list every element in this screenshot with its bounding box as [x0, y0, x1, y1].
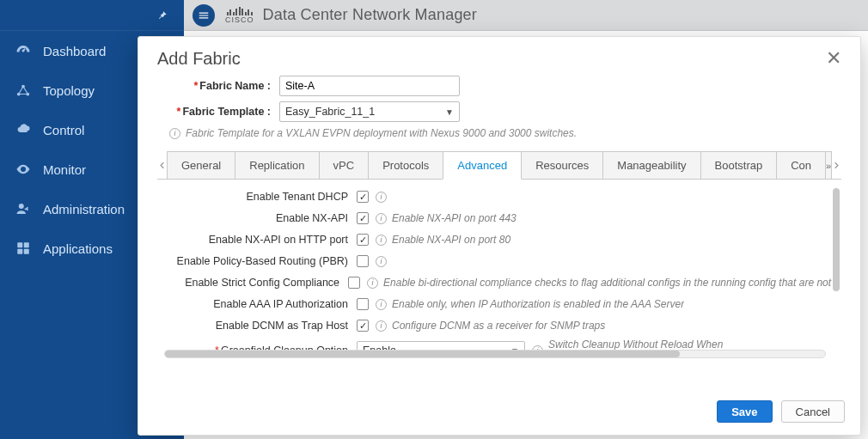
svg-rect-4 — [17, 242, 22, 247]
cloud-gear-icon — [15, 122, 31, 137]
tab-bootstrap[interactable]: Bootstrap — [700, 151, 778, 179]
save-button[interactable]: Save — [717, 400, 772, 423]
template-hint: i Fabric Template for a VXLAN EVPN deplo… — [169, 127, 841, 139]
setting-hint: Enable only, when IP Authorization is en… — [392, 298, 684, 310]
setting-label: Enable Policy-Based Routing (PBR) — [157, 255, 357, 267]
tab-manageability[interactable]: Manageability — [602, 151, 700, 179]
info-icon[interactable]: i — [376, 299, 387, 310]
info-icon: i — [169, 128, 180, 139]
info-icon[interactable]: i — [367, 277, 378, 289]
tab-vpc[interactable]: vPC — [319, 151, 370, 179]
setting-hint: Enable NX-API on port 443 — [392, 212, 517, 224]
setting-hint: Enable NX-API on port 80 — [392, 234, 510, 246]
eye-icon — [15, 162, 31, 177]
admin-icon — [15, 201, 31, 216]
horizontal-scrollbar[interactable] — [164, 350, 826, 358]
cisco-word: CISCO — [225, 16, 254, 24]
svg-point-1 — [17, 93, 21, 96]
svg-point-3 — [19, 204, 24, 209]
enable-strict-compliance-checkbox[interactable] — [348, 277, 360, 289]
setting-label: Enable NX-API — [157, 212, 357, 224]
setting-hint: Enable bi-directional compliance checks … — [383, 277, 838, 289]
enable-pbr-checkbox[interactable] — [357, 255, 369, 267]
fabric-template-value: Easy_Fabric_11_1 — [285, 106, 375, 118]
close-icon[interactable]: ✕ — [826, 49, 841, 68]
vertical-scrollbar[interactable] — [833, 188, 840, 291]
fabric-template-label: *Fabric Template : — [157, 106, 279, 118]
modal-footer: Save Cancel — [138, 392, 860, 435]
add-fabric-modal: Add Fabric ✕ *Fabric Name : *Fabric Temp… — [138, 36, 861, 436]
chevron-left-icon — [157, 161, 167, 170]
sidebar-item-label: Monitor — [43, 162, 86, 177]
tab-scroll-left[interactable] — [157, 151, 167, 179]
tab-strip: General Replication vPC Protocols Advanc… — [157, 151, 841, 180]
tab-con[interactable]: Con — [776, 151, 826, 179]
setting-label: Enable Tenant DHCP — [157, 191, 357, 203]
svg-rect-5 — [24, 242, 29, 247]
svg-rect-7 — [24, 249, 29, 254]
svg-point-0 — [21, 85, 25, 88]
sidebar-item-label: Topology — [43, 83, 95, 98]
sidebar-item-label: Control — [43, 123, 84, 137]
tab-general[interactable]: General — [167, 151, 235, 179]
tab-protocols[interactable]: Protocols — [368, 151, 443, 179]
gauge-icon — [15, 43, 31, 58]
enable-nxapi-checkbox[interactable] — [357, 212, 369, 224]
fabric-name-input[interactable] — [279, 76, 460, 96]
chevron-right-icon — [832, 161, 841, 170]
info-icon[interactable]: i — [376, 320, 387, 332]
info-icon[interactable]: i — [376, 192, 387, 203]
info-icon[interactable]: i — [376, 213, 387, 224]
topbar: CISCO Data Center Network Manager — [184, 0, 868, 31]
modal-title: Add Fabric — [157, 49, 241, 69]
enable-dcnm-trap-checkbox[interactable] — [357, 320, 369, 332]
cisco-logo: CISCO — [225, 7, 254, 24]
pin-icon — [156, 9, 168, 21]
tab-overflow-button[interactable]: » — [825, 151, 832, 179]
setting-label: Enable Strict Config Compliance — [157, 277, 348, 289]
setting-hint: Configure DCNM as a receiver for SNMP tr… — [392, 320, 605, 332]
tab-scroll-right[interactable] — [832, 151, 841, 179]
sidebar-item-label: Dashboard — [43, 44, 106, 58]
enable-tenant-dhcp-checkbox[interactable] — [357, 191, 369, 203]
topology-icon — [15, 82, 31, 98]
setting-label: Enable AAA IP Authorization — [157, 298, 357, 310]
enable-aaa-ip-checkbox[interactable] — [357, 298, 369, 310]
chevron-down-icon: ▼ — [445, 107, 454, 117]
fabric-name-label: *Fabric Name : — [157, 80, 279, 92]
sidebar-item-label: Administration — [43, 202, 125, 216]
svg-point-2 — [26, 93, 29, 96]
advanced-settings-panel: Enable Tenant DHCP i Enable NX-API i Ena… — [157, 180, 841, 358]
sidebar-pin-button[interactable] — [0, 0, 184, 31]
tab-advanced[interactable]: Advanced — [443, 151, 522, 180]
cancel-button[interactable]: Cancel — [781, 400, 845, 423]
svg-rect-6 — [17, 249, 22, 254]
hamburger-icon — [198, 9, 210, 21]
info-icon[interactable]: i — [376, 256, 387, 267]
fabric-template-select[interactable]: Easy_Fabric_11_1 ▼ — [279, 101, 460, 122]
apps-icon — [15, 241, 31, 256]
sidebar-item-label: Applications — [43, 241, 113, 256]
scrollbar-thumb[interactable] — [165, 351, 680, 357]
setting-label: Enable NX-API on HTTP port — [157, 234, 357, 246]
product-title: Data Center Network Manager — [263, 6, 478, 24]
setting-label: Enable DCNM as Trap Host — [157, 320, 357, 332]
enable-nxapi-http-checkbox[interactable] — [357, 234, 369, 246]
info-icon[interactable]: i — [376, 235, 387, 246]
tab-resources[interactable]: Resources — [521, 151, 603, 179]
main-menu-button[interactable] — [193, 4, 215, 27]
tab-replication[interactable]: Replication — [235, 151, 319, 179]
brand-block: CISCO Data Center Network Manager — [225, 6, 477, 24]
